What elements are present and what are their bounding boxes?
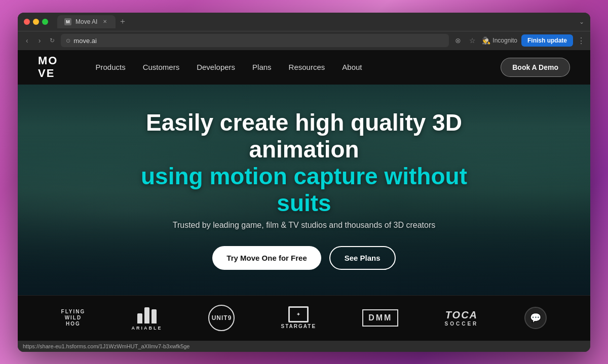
maximize-button[interactable] (42, 19, 48, 25)
logo-line1: MO (38, 55, 58, 67)
toolbar-actions: ⊗ ☆ 🕵 Incognito Finish update ⋮ (453, 34, 585, 47)
bars-icon (137, 305, 157, 323)
traffic-lights (24, 19, 48, 25)
hero-content: Easily create high quality 3D animation … (127, 109, 481, 270)
logo-dmm: DMM (362, 309, 398, 326)
bar-1 (137, 313, 142, 323)
hero-subtitle: Trusted by leading game, film & TV studi… (137, 221, 471, 230)
unit9-circle: UNIT9 (208, 305, 235, 331)
close-button[interactable] (24, 19, 30, 25)
stargate-icon: ✦ (288, 306, 309, 322)
tab-close-icon[interactable]: ✕ (101, 18, 108, 25)
site-nav: MO VE Products Customers Developers Plan… (18, 50, 590, 85)
nav-resources[interactable]: Resources (282, 59, 332, 75)
chat-button[interactable]: 💬 (524, 307, 547, 329)
toca-text: TOCA SOCCER (445, 309, 479, 327)
nav-about[interactable]: About (335, 59, 369, 75)
try-free-button[interactable]: Try Move One for Free (212, 246, 321, 270)
tab-expand-icon: ⌄ (579, 18, 584, 25)
browser-menu-button[interactable]: ⋮ (577, 36, 585, 46)
title-bar: M Move AI ✕ ＋ ⌄ (18, 13, 590, 31)
status-bar: https://share-eu1.hsforms.com/1J1WzWmHUT… (18, 341, 590, 352)
bar-2 (144, 307, 149, 323)
website-content: MO VE Products Customers Developers Plan… (18, 50, 590, 341)
ariable-text: ARIABLE (131, 326, 162, 331)
forward-button[interactable]: › (35, 34, 44, 47)
hero-title: Easily create high quality 3D animation … (137, 109, 471, 217)
chat-icon: 💬 (530, 312, 541, 323)
hero-section: Easily create high quality 3D animation … (18, 85, 590, 295)
logo-toca-soccer: TOCA SOCCER (445, 309, 479, 327)
address-bar[interactable]: ⊙ move.ai (61, 34, 449, 47)
unit9-text: UNIT9 (212, 314, 232, 321)
hero-title-line2: using motion capture without suits (137, 163, 471, 217)
dmm-box: DMM (362, 309, 398, 326)
new-tab-button[interactable]: ＋ (119, 16, 127, 27)
nav-customers[interactable]: Customers (136, 59, 187, 75)
logo-line2: VE (38, 67, 58, 79)
incognito-icon: 🕵 (482, 36, 490, 45)
toolbar: ‹ › ↻ ⊙ move.ai ⊗ ☆ 🕵 Incognito Finish u… (18, 31, 590, 50)
book-demo-button[interactable]: Book A Demo (501, 58, 570, 77)
back-button[interactable]: ‹ (23, 34, 31, 47)
logo-flying-wild-hog: FLYINGWILDHOG (61, 309, 86, 327)
finish-update-button[interactable]: Finish update (521, 34, 573, 47)
flying-wild-hog-text: FLYINGWILDHOG (61, 309, 86, 327)
bar-3 (151, 309, 157, 323)
tab-bar: M Move AI ✕ ＋ ⌄ (57, 15, 584, 28)
minimize-button[interactable] (33, 19, 39, 25)
site-logo: MO VE (38, 55, 58, 79)
hero-buttons: Try Move One for Free See Plans (137, 246, 471, 270)
nav-links: Products Customers Developers Plans Reso… (88, 59, 501, 75)
tab-title: Move AI (75, 18, 97, 25)
nav-plans[interactable]: Plans (245, 59, 279, 75)
tab-favicon: M (64, 18, 71, 25)
active-tab[interactable]: M Move AI ✕ (57, 15, 116, 28)
nav-products[interactable]: Products (88, 59, 132, 75)
url-text: move.ai (73, 37, 444, 45)
see-plans-button[interactable]: See Plans (329, 246, 396, 270)
bookmark-icon[interactable]: ☆ (467, 35, 478, 46)
cast-icon[interactable]: ⊗ (453, 35, 463, 46)
refresh-button[interactable]: ↻ (48, 35, 57, 46)
incognito-button[interactable]: 🕵 Incognito (482, 36, 517, 45)
logo-stargate: ✦ STARGATE (281, 306, 317, 330)
incognito-label: Incognito (492, 37, 517, 44)
logos-bar: FLYINGWILDHOG ARIABLE UNIT9 (18, 295, 590, 341)
logo-ariable: ARIABLE (131, 305, 162, 331)
nav-developers[interactable]: Developers (189, 59, 242, 75)
hero-title-line1: Easily create high quality 3D animation (146, 109, 462, 163)
status-url: https://share-eu1.hsforms.com/1J1WzWmHUT… (23, 343, 190, 349)
logo-unit9: UNIT9 (208, 305, 235, 331)
stargate-text: STARGATE (281, 323, 317, 330)
lock-icon: ⊙ (66, 37, 70, 44)
browser-window: M Move AI ✕ ＋ ⌄ ‹ › ↻ ⊙ move.ai ⊗ ☆ 🕵 In… (18, 13, 590, 352)
dmm-text: DMM (368, 313, 392, 322)
